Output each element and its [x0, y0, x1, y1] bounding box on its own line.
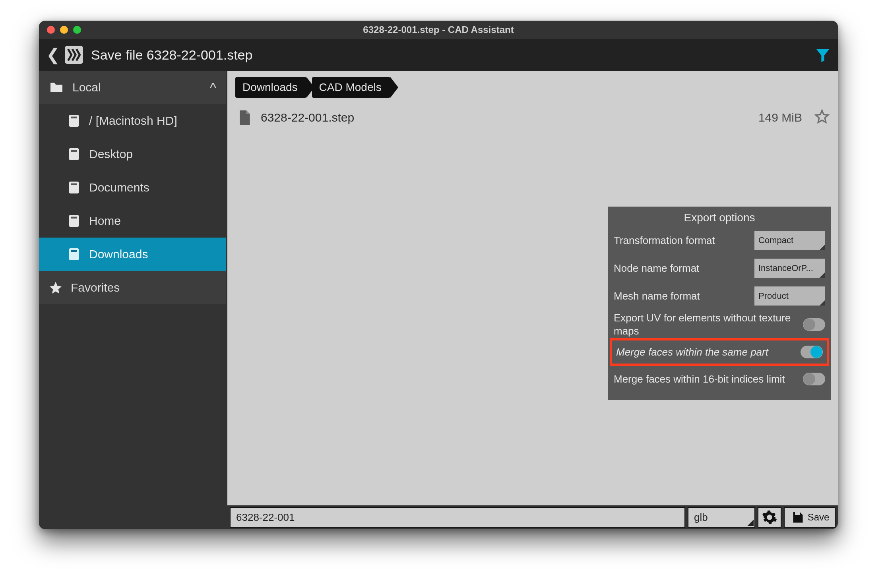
- option-label: Mesh name format: [614, 290, 750, 303]
- filename-input[interactable]: 6328-22-001: [230, 507, 685, 528]
- sidebar-item-desktop[interactable]: Desktop: [39, 137, 226, 171]
- svg-rect-4: [71, 150, 77, 152]
- svg-rect-6: [71, 184, 77, 186]
- format-select[interactable]: glb: [688, 507, 755, 528]
- sidebar-favorites-label: Favorites: [71, 281, 120, 294]
- drive-icon: [67, 247, 81, 261]
- save-footer: 6328-22-001 glb Save: [227, 505, 838, 529]
- page-title: Save file 6328-22-001.step: [91, 47, 811, 63]
- drive-icon: [67, 114, 81, 128]
- node-name-format-select[interactable]: InstanceOrP...: [754, 259, 825, 278]
- sidebar-item-macintosh-hd[interactable]: / [Macintosh HD]: [39, 104, 226, 137]
- file-icon: [235, 109, 253, 126]
- sidebar-item-label: Documents: [89, 181, 149, 194]
- folder-icon: [48, 79, 64, 95]
- option-mesh-name-format: Mesh name format Product: [614, 282, 825, 310]
- option-label: Node name format: [614, 262, 750, 275]
- breadcrumb: Downloads CAD Models: [227, 71, 838, 102]
- svg-rect-2: [71, 117, 77, 119]
- chevron-up-icon: ^: [210, 80, 216, 95]
- star-outline-icon: [814, 108, 830, 124]
- titlebar: 6328-22-001.step - CAD Assistant: [39, 21, 838, 39]
- option-label: Export UV for elements without texture m…: [614, 311, 799, 337]
- app-logo-icon: [64, 45, 84, 65]
- sidebar-item-home[interactable]: Home: [39, 204, 226, 238]
- back-button[interactable]: ❮: [45, 46, 61, 63]
- minimize-window-button[interactable]: [60, 26, 68, 34]
- option-transformation-format: Transformation format Compact: [614, 226, 825, 254]
- sidebar-item-downloads[interactable]: Downloads: [39, 238, 226, 271]
- drive-icon: [67, 180, 81, 195]
- option-merge-16bit: Merge faces within 16-bit indices limit: [614, 365, 825, 393]
- settings-button[interactable]: [758, 507, 781, 528]
- sidebar-item-label: Downloads: [89, 248, 148, 261]
- mesh-name-format-select[interactable]: Product: [754, 286, 825, 306]
- sidebar: Local ^ / [Macintosh HD] Desktop: [39, 71, 226, 529]
- merge-16bit-toggle[interactable]: [803, 373, 825, 385]
- save-button-label: Save: [808, 512, 830, 523]
- filter-button[interactable]: [814, 46, 832, 64]
- export-options-title: Export options: [614, 210, 825, 226]
- sidebar-item-label: / [Macintosh HD]: [89, 114, 177, 128]
- sidebar-root-label: Local: [72, 81, 101, 94]
- window-controls: [47, 26, 81, 34]
- sidebar-root-local[interactable]: Local ^: [39, 71, 226, 104]
- option-merge-same-part: Merge faces within the same part: [610, 338, 829, 366]
- drive-icon: [67, 214, 81, 228]
- main-panel: Downloads CAD Models 6328-22-001.step 14…: [226, 71, 838, 529]
- breadcrumb-downloads[interactable]: Downloads: [235, 77, 306, 98]
- option-node-name-format: Node name format InstanceOrP...: [614, 254, 825, 282]
- sidebar-item-label: Desktop: [89, 147, 133, 161]
- favorite-toggle[interactable]: [814, 108, 830, 127]
- save-icon: [790, 510, 805, 524]
- breadcrumb-cad-models[interactable]: CAD Models: [312, 77, 390, 98]
- option-export-uv: Export UV for elements without texture m…: [614, 310, 825, 339]
- funnel-icon: [814, 46, 832, 64]
- chevron-left-icon: ❮: [46, 45, 60, 64]
- export-uv-toggle[interactable]: [803, 318, 825, 331]
- sidebar-favorites[interactable]: Favorites: [39, 271, 226, 304]
- app-header: ❮ Save file 6328-22-001.step: [39, 39, 838, 71]
- option-label: Merge faces within 16-bit indices limit: [614, 373, 799, 386]
- file-size: 149 MiB: [758, 111, 802, 124]
- option-label: Merge faces within the same part: [616, 346, 797, 359]
- file-name: 6328-22-001.step: [261, 111, 354, 124]
- sidebar-item-label: Home: [89, 214, 121, 228]
- zoom-window-button[interactable]: [73, 26, 81, 34]
- sidebar-item-documents[interactable]: Documents: [39, 171, 226, 204]
- svg-rect-8: [71, 217, 77, 219]
- app-window: 6328-22-001.step - CAD Assistant ❮ Save …: [39, 21, 838, 529]
- transformation-format-select[interactable]: Compact: [754, 231, 825, 250]
- export-options-panel: Export options Transformation format Com…: [608, 207, 831, 400]
- svg-rect-10: [71, 250, 77, 252]
- gear-icon: [762, 509, 777, 525]
- window-title: 6328-22-001.step - CAD Assistant: [39, 24, 838, 35]
- close-window-button[interactable]: [47, 26, 55, 34]
- star-icon: [48, 280, 63, 295]
- drive-icon: [67, 147, 81, 161]
- save-button[interactable]: Save: [784, 507, 836, 528]
- option-label: Transformation format: [614, 234, 750, 247]
- merge-same-part-toggle[interactable]: [801, 346, 823, 358]
- file-row[interactable]: 6328-22-001.step 149 MiB: [235, 103, 830, 132]
